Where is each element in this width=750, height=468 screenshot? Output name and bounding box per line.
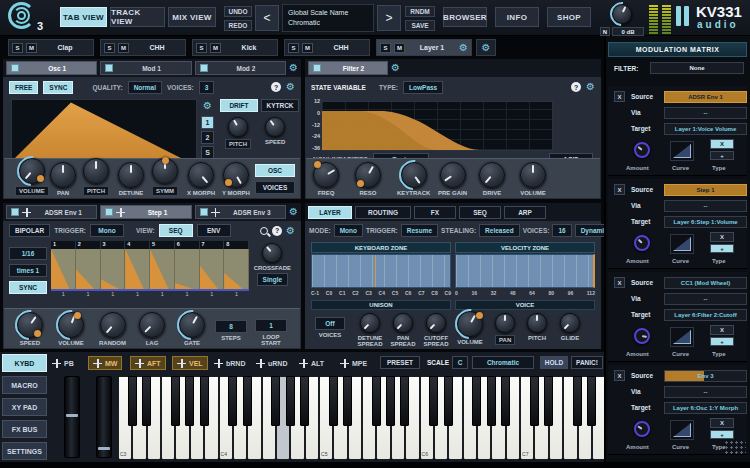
step-volume-knob[interactable] xyxy=(58,312,84,338)
macro-button[interactable]: MACRO xyxy=(2,376,47,394)
target-value[interactable]: Layer 1:Voice Volume xyxy=(664,123,747,135)
fx-bus-button[interactable]: FX BUS xyxy=(2,420,47,438)
type-x-button[interactable]: X xyxy=(710,232,734,242)
tab-adsr-env3[interactable]: ADSR Env 3 xyxy=(195,205,286,219)
prev-scale-button[interactable]: < xyxy=(255,5,279,31)
track-tab-layer1[interactable]: S M Layer 1 ⚙ xyxy=(376,39,472,56)
filter-freq-knob[interactable] xyxy=(313,162,339,188)
wave-slot-1-button[interactable]: 1 xyxy=(201,116,214,129)
waveform-display[interactable] xyxy=(11,99,197,162)
mute-button[interactable]: M xyxy=(394,43,405,53)
piano-black-key[interactable] xyxy=(530,376,539,426)
mute-button[interactable]: M xyxy=(302,43,313,53)
kybd-button[interactable]: KYBD xyxy=(2,354,47,372)
rate-value[interactable]: 1/16 xyxy=(9,247,47,260)
browser-button[interactable]: BROWSER xyxy=(443,7,487,27)
target-value[interactable]: Layer 6:Step 1:Volume xyxy=(664,216,747,228)
mpe-control[interactable]: MPE xyxy=(340,356,367,370)
free-button[interactable]: FREE xyxy=(9,81,38,94)
osc1-enable-checkbox[interactable] xyxy=(11,64,19,72)
step-random-knob[interactable] xyxy=(100,312,126,338)
curve-display[interactable] xyxy=(670,327,694,347)
randomize-button[interactable]: RNDM xyxy=(405,6,435,17)
via-value[interactable]: -- xyxy=(664,386,747,398)
global-scale-box[interactable]: Global Scale Name Chromatic xyxy=(282,4,374,32)
move-icon[interactable] xyxy=(22,208,31,217)
mute-button[interactable]: M xyxy=(26,43,37,53)
amount-knob[interactable] xyxy=(634,142,650,158)
via-value[interactable]: -- xyxy=(664,200,747,212)
pb-control[interactable]: PB xyxy=(52,356,74,370)
tab-view-button[interactable]: TAB VIEW xyxy=(60,7,107,27)
pitch-bend-wheel[interactable] xyxy=(64,376,80,458)
piano-black-key[interactable] xyxy=(400,376,409,426)
osc-tabs-gear-icon[interactable]: ⚙ xyxy=(289,63,298,73)
piano-black-key[interactable] xyxy=(300,376,309,426)
normalize-badge[interactable]: N xyxy=(600,27,610,36)
via-value[interactable]: -- xyxy=(664,107,747,119)
kytrck-button[interactable]: KYTRCK xyxy=(261,99,299,112)
tab-layer[interactable]: LAYER xyxy=(308,206,352,219)
mix-view-button[interactable]: MIX VIEW xyxy=(168,7,216,27)
settings-button[interactable]: SETTINGS xyxy=(2,442,47,460)
xy-pad-button[interactable]: XY PAD xyxy=(2,398,47,416)
source-value[interactable]: Env 3 xyxy=(664,370,747,382)
shop-button[interactable]: SHOP xyxy=(547,7,591,27)
piano-black-key[interactable] xyxy=(573,376,582,426)
keyboard-zone-display[interactable] xyxy=(311,254,451,288)
piano-black-key[interactable] xyxy=(501,376,510,426)
solo-button[interactable]: S xyxy=(104,43,115,53)
piano-keyboard[interactable]: C3C4C5C6C7 xyxy=(118,376,606,460)
type-plus-button[interactable]: + xyxy=(710,151,734,160)
tab-arp[interactable]: ARP xyxy=(504,206,546,219)
remove-entry-button[interactable]: X xyxy=(614,91,625,102)
step-sequencer-display[interactable]: 12345678 11111111 xyxy=(51,241,249,299)
source-value[interactable]: Step 1 xyxy=(664,184,747,196)
track-tab-chh1[interactable]: S M CHH xyxy=(100,39,186,56)
tab-routing[interactable]: ROUTING xyxy=(355,206,411,219)
layer-voices-value[interactable]: 16 xyxy=(552,224,571,237)
osc-volume-knob[interactable] xyxy=(19,158,45,184)
step-cell[interactable] xyxy=(51,249,76,289)
type-x-button[interactable]: X xyxy=(710,418,734,428)
osc-detune-knob[interactable] xyxy=(118,162,144,188)
tab-step1[interactable]: Step 1 xyxy=(100,205,191,219)
filter2-enable-checkbox[interactable] xyxy=(313,64,321,72)
step-cell[interactable] xyxy=(224,249,249,289)
type-plus-button[interactable]: + xyxy=(710,430,734,439)
scale-key-value[interactable]: C xyxy=(452,356,468,369)
next-scale-button[interactable]: > xyxy=(377,5,401,31)
stealing-value[interactable]: Released xyxy=(479,224,520,237)
resize-grip[interactable] xyxy=(724,440,746,456)
osc-pan-knob[interactable] xyxy=(50,162,76,188)
sync-button[interactable]: SYNC xyxy=(43,81,73,94)
piano-black-key[interactable] xyxy=(587,376,596,426)
env1-enable-checkbox[interactable] xyxy=(11,208,19,216)
filter-keytrack-knob[interactable] xyxy=(401,162,427,188)
save-button[interactable]: SAVE xyxy=(405,20,435,31)
amount-knob[interactable] xyxy=(634,328,650,344)
osc-xmorph-knob[interactable] xyxy=(188,162,214,188)
type-plus-button[interactable]: + xyxy=(710,244,734,253)
loop-start-value[interactable]: 1 xyxy=(255,319,287,332)
drift-button[interactable]: DRIFT xyxy=(220,99,258,112)
filter-pregain-knob[interactable] xyxy=(440,162,466,188)
step-cells[interactable] xyxy=(51,249,249,291)
env-view-button[interactable]: ENV xyxy=(197,224,231,237)
brnd-control[interactable]: bRND xyxy=(214,356,245,370)
type-x-button[interactable]: X xyxy=(710,325,734,335)
via-value[interactable]: -- xyxy=(664,293,747,305)
filter-drive-knob[interactable] xyxy=(479,162,505,188)
quality-value[interactable]: Normal xyxy=(128,81,162,94)
osc-symm-knob[interactable] xyxy=(152,158,178,184)
vel-control[interactable]: VEL xyxy=(172,356,208,370)
mod2-enable-checkbox[interactable] xyxy=(200,64,208,72)
track-tab-chh2[interactable]: S M CHH xyxy=(284,39,370,56)
osc-gear-icon[interactable]: ⚙ xyxy=(286,82,295,92)
track-tab-clap[interactable]: S M Clap xyxy=(8,39,94,56)
steps-value[interactable]: 8 xyxy=(215,320,247,333)
piano-black-key[interactable] xyxy=(142,376,151,426)
mod1-enable-checkbox[interactable] xyxy=(105,64,113,72)
piano-black-key[interactable] xyxy=(487,376,496,426)
layer-trigger-value[interactable]: Resume xyxy=(401,224,438,237)
